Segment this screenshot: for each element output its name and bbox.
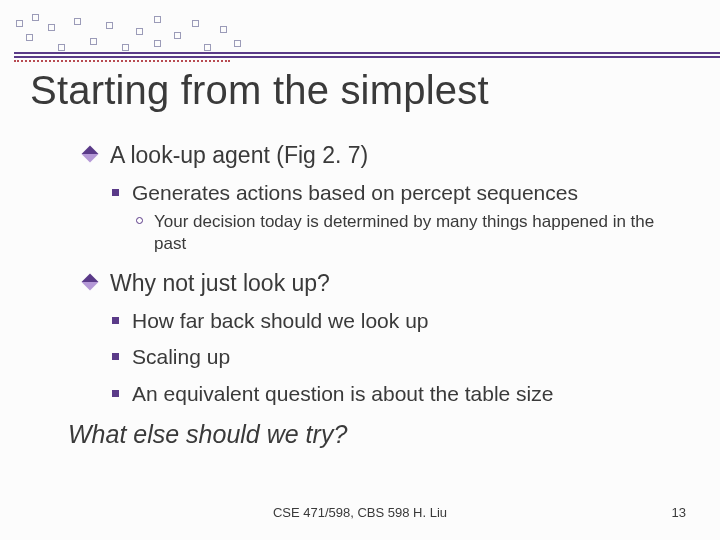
bullet-text: Scaling up (132, 345, 230, 368)
bullet-text: Generates actions based on percept seque… (132, 181, 578, 204)
bullet-text: How far back should we look up (132, 309, 429, 332)
bullet-text: A look-up agent (Fig 2. 7) (110, 142, 368, 168)
bullet-level2: An equivalent question is about the tabl… (110, 380, 680, 408)
bullet-level3: Your decision today is determined by man… (134, 211, 680, 254)
closing-question: What else should we try? (68, 418, 680, 452)
square-icon (112, 390, 119, 397)
bullet-text: An equivalent question is about the tabl… (132, 382, 553, 405)
bullet-text: Why not just look up? (110, 270, 330, 296)
diamond-icon (82, 146, 99, 163)
square-icon (112, 353, 119, 360)
slide: Starting from the simplest A look-up age… (0, 0, 720, 540)
decor-strip (0, 0, 720, 58)
circle-icon (136, 217, 143, 224)
page-title: Starting from the simplest (30, 68, 489, 113)
diamond-icon (82, 273, 99, 290)
bullet-text: Your decision today is determined by man… (154, 212, 654, 252)
content-area: A look-up agent (Fig 2. 7) Generates act… (90, 140, 680, 452)
bullet-level1: A look-up agent (Fig 2. 7) (90, 140, 680, 171)
bullet-level2: Scaling up (110, 343, 680, 371)
bullet-level2: How far back should we look up (110, 307, 680, 335)
bullet-level1: Why not just look up? (90, 268, 680, 299)
square-icon (112, 317, 119, 324)
footer-course: CSE 471/598, CBS 598 H. Liu (273, 505, 447, 520)
square-icon (112, 189, 119, 196)
page-number: 13 (672, 505, 686, 520)
bullet-level2: Generates actions based on percept seque… (110, 179, 680, 207)
